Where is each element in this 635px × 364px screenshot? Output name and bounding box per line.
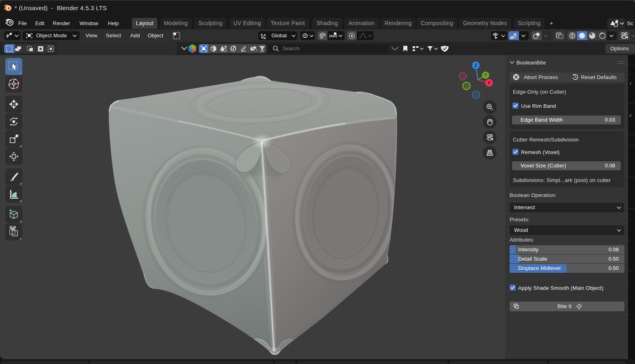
svg-text:X: X bbox=[488, 80, 491, 85]
svg-text:Z: Z bbox=[474, 63, 477, 68]
svg-text:Y: Y bbox=[484, 73, 487, 77]
